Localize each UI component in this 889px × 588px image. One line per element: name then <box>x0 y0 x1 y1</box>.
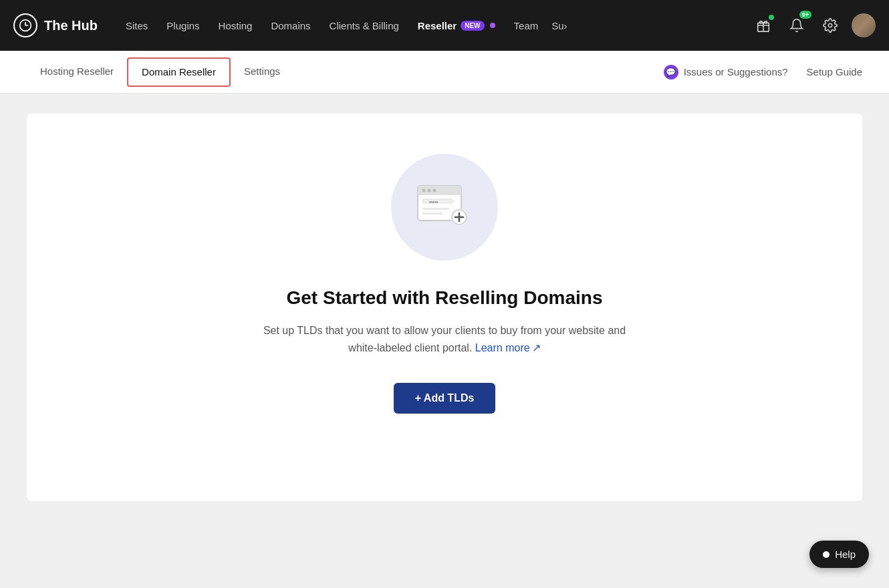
help-button[interactable]: Help <box>809 541 869 568</box>
logo-icon <box>13 13 37 37</box>
svg-point-2 <box>828 23 832 27</box>
reseller-dot <box>490 23 495 28</box>
content-card: www Get Started with Reselling Domains S… <box>27 114 862 501</box>
svg-rect-12 <box>422 212 442 214</box>
learn-more-link[interactable]: Learn more↗ <box>475 342 541 353</box>
main-content: www Get Started with Reselling Domains S… <box>0 94 889 521</box>
svg-text:www: www <box>428 200 438 204</box>
avatar-image <box>852 13 876 37</box>
nav-domains[interactable]: Domains <box>263 15 318 37</box>
svg-rect-11 <box>422 208 449 210</box>
tabs-right: 💬 Issues or Suggestions? Setup Guide <box>664 65 862 80</box>
nav-plugins[interactable]: Plugins <box>158 15 207 37</box>
nav-hosting[interactable]: Hosting <box>211 15 261 37</box>
new-badge: NEW <box>461 21 484 31</box>
main-title: Get Started with Reselling Domains <box>287 287 603 309</box>
nav-right: 9+ <box>751 13 876 37</box>
tabs-left: Hosting Reseller Domain Reseller Setting… <box>27 51 664 94</box>
notifications-badge: 9+ <box>799 11 811 19</box>
domain-illustration: www <box>391 154 498 261</box>
notifications-button[interactable]: 9+ <box>785 13 809 37</box>
nav-more[interactable]: Su› <box>549 15 569 37</box>
nav-team[interactable]: Team <box>506 15 547 37</box>
logo-text: The Hub <box>44 18 98 33</box>
svg-point-8 <box>433 188 436 192</box>
add-tlds-button[interactable]: + Add TLDs <box>394 383 496 414</box>
tabs-bar: Hosting Reseller Domain Reseller Setting… <box>0 51 889 94</box>
feedback-icon: 💬 <box>664 65 678 80</box>
tab-hosting-reseller[interactable]: Hosting Reseller <box>27 51 127 94</box>
nav-reseller[interactable]: Reseller NEW <box>410 15 503 37</box>
nav-links: Sites Plugins Hosting Domains Clients & … <box>118 15 751 37</box>
gift-button[interactable] <box>751 13 775 37</box>
issues-suggestions-button[interactable]: 💬 Issues or Suggestions? <box>664 65 788 80</box>
navbar: The Hub Sites Plugins Hosting Domains Cl… <box>0 0 889 51</box>
svg-rect-9 <box>422 199 453 203</box>
tab-settings[interactable]: Settings <box>231 51 293 94</box>
tab-domain-reseller[interactable]: Domain Reseller <box>127 57 231 87</box>
help-icon <box>823 551 830 558</box>
setup-guide-link[interactable]: Setup Guide <box>807 66 862 78</box>
main-description: Set up TLDs that you want to allow your … <box>257 322 632 356</box>
nav-sites[interactable]: Sites <box>118 15 156 37</box>
svg-point-7 <box>428 188 431 192</box>
svg-point-6 <box>422 188 426 192</box>
gift-dot <box>769 15 774 20</box>
external-link-icon: ↗ <box>532 342 541 353</box>
avatar[interactable] <box>852 13 876 37</box>
settings-button[interactable] <box>818 13 842 37</box>
logo[interactable]: The Hub <box>13 13 98 37</box>
nav-clients-billing[interactable]: Clients & Billing <box>322 15 407 37</box>
